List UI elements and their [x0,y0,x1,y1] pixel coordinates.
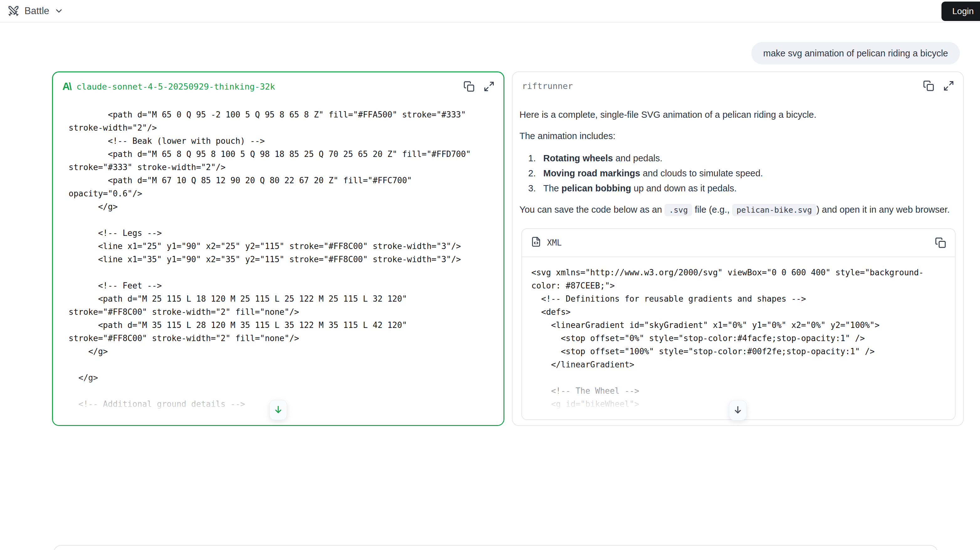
model-panel-left: A\ claude-sonnet-4-5-20250929-thinking-3… [52,72,504,426]
right-panel-header: riftrunner [512,72,963,94]
list-item: 2. Moving road markings and clouds to si… [519,166,956,181]
battle-mode-menu[interactable]: Battle [8,5,64,17]
xml-code-block: XML <svg xmlns="http://www.w3.org/2000/s… [521,228,956,420]
left-copy-response-button[interactable] [463,81,475,92]
code-block-header: XML [522,229,955,257]
includes-paragraph: The animation includes: [519,129,956,143]
user-prompt-bubble: make svg animation of pelican riding a b… [751,42,960,65]
list-number: 2. [528,166,543,181]
left-scroll-down-button[interactable] [269,400,287,420]
list-item: 1. Rotating wheels and pedals. [519,151,956,166]
left-panel-header: A\ claude-sonnet-4-5-20250929-thinking-3… [53,72,503,95]
file-code-icon [531,237,541,249]
save-instructions: You can save the code below as an .svg f… [519,203,956,217]
chevron-down-icon [54,6,64,16]
anthropic-logo-icon: A\ [62,81,71,92]
left-model-name: claude-sonnet-4-5-20250929-thinking-32k [76,82,275,91]
code-language-label: XML [547,238,562,248]
right-scroll-down-button[interactable] [729,400,746,420]
battle-page: Battle Login make svg animation of pelic… [0,0,980,550]
crossed-swords-icon [8,5,19,17]
list-number: 3. [528,181,543,196]
left-response-scroll-area[interactable]: <path d="M 65 0 Q 95 -2 100 5 Q 95 8 65 … [53,104,503,425]
right-model-name: riftrunner [522,81,573,91]
inline-code-svg-ext: .svg [665,204,692,216]
chat-input-container[interactable] [53,545,938,550]
code-block-body: <svg xmlns="http://www.w3.org/2000/svg" … [522,257,955,420]
features-list: 1. Rotating wheels and pedals. 2. Moving… [519,151,956,196]
right-response-scroll-area[interactable]: Here is a complete, single-file SVG anim… [512,102,963,425]
left-model-id: A\ claude-sonnet-4-5-20250929-thinking-3… [62,81,275,92]
list-number: 1. [528,151,543,166]
inline-code-filename: pelican-bike.svg [732,204,816,216]
intro-paragraph: Here is a complete, single-file SVG anim… [519,108,956,122]
battle-label: Battle [24,5,49,17]
login-button[interactable]: Login [942,2,980,21]
right-response-code: <svg xmlns="http://www.w3.org/2000/svg" … [531,266,945,420]
right-model-id: riftrunner [522,81,573,91]
model-panel-right: riftrunner Here is a complete, single-fi… [512,72,964,426]
right-expand-response-button[interactable] [943,80,954,91]
top-bar: Battle Login [0,0,980,22]
left-expand-response-button[interactable] [484,81,495,92]
arrow-down-icon [733,405,743,416]
list-item: 3. The pelican bobbing up and down as it… [519,181,956,196]
left-response-code: <path d="M 65 0 Q 95 -2 100 5 Q 95 8 65 … [68,108,490,425]
copy-code-button[interactable] [935,237,946,248]
right-copy-response-button[interactable] [923,80,934,91]
arrow-down-icon [273,405,283,416]
